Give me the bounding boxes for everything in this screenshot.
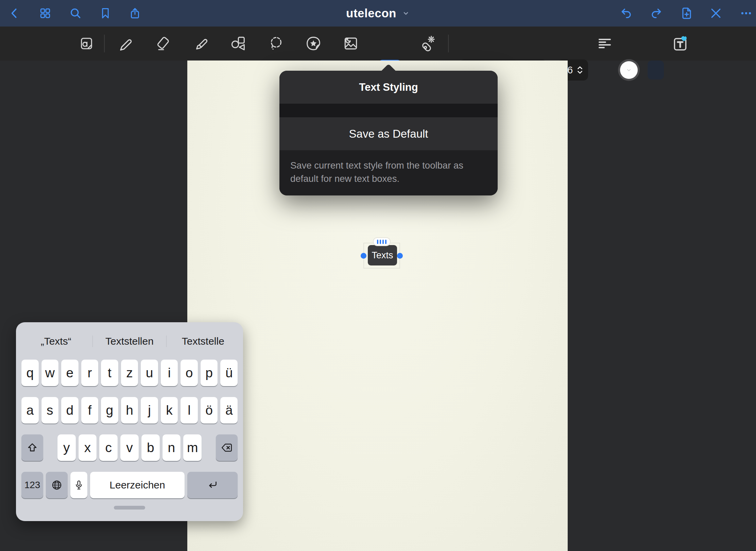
row3-letters: yxcvbnm: [57, 434, 202, 461]
more-icon[interactable]: [734, 0, 756, 27]
popover-description: Save current text style from the toolbar…: [279, 150, 498, 195]
numbers-key[interactable]: 123: [21, 472, 43, 498]
key-c[interactable]: c: [99, 434, 118, 461]
undo-icon[interactable]: [615, 0, 638, 27]
key-s[interactable]: s: [41, 397, 59, 424]
search-icon[interactable]: [64, 0, 87, 27]
backspace-key[interactable]: [216, 434, 238, 461]
stepper-chevrons-icon: [576, 65, 584, 75]
text-align-icon[interactable]: [593, 27, 616, 61]
key-x[interactable]: x: [79, 434, 97, 461]
add-page-icon[interactable]: [675, 0, 699, 27]
inactive-swatch: [648, 61, 664, 80]
popover-title: Text Styling: [279, 71, 498, 104]
key-j[interactable]: j: [141, 397, 158, 424]
sticker-tool-icon[interactable]: [302, 27, 325, 61]
floating-keyboard: „Texts“ Textstellen Textstelle qwertzuio…: [16, 322, 243, 521]
text-styling-popover: Text Styling Save as Default Save curren…: [279, 71, 498, 195]
keyboard-drag-handle[interactable]: [114, 506, 145, 510]
lasso-tool-icon[interactable]: [264, 27, 288, 61]
share-icon[interactable]: [123, 0, 147, 27]
key-w[interactable]: w: [41, 360, 59, 386]
row3-spacer: [46, 434, 55, 461]
text-object[interactable]: Texts: [368, 245, 397, 265]
key-z[interactable]: z: [121, 360, 138, 386]
key-e[interactable]: e: [61, 360, 79, 386]
row3-spacer: [204, 434, 213, 461]
suggestion-1[interactable]: Textstellen: [92, 335, 166, 347]
key-d[interactable]: d: [61, 397, 79, 424]
toolbar-separator: [448, 35, 449, 52]
text-object-grip-handle[interactable]: [373, 237, 391, 246]
key-p[interactable]: p: [201, 360, 218, 386]
app-window: utelecon: [0, 0, 756, 551]
key-ö[interactable]: ö: [201, 397, 218, 424]
key-m[interactable]: m: [183, 434, 202, 461]
pen-tool-icon[interactable]: [114, 27, 137, 61]
suggestion-2[interactable]: Textstelle: [166, 335, 240, 347]
key-b[interactable]: b: [141, 434, 160, 461]
space-key[interactable]: Leerzeichen: [90, 472, 185, 498]
dictation-key[interactable]: [70, 472, 87, 498]
save-as-default-button[interactable]: Save as Default: [279, 117, 498, 150]
key-i[interactable]: i: [161, 360, 178, 386]
swatch-chevron-icon: [625, 67, 632, 73]
key-h[interactable]: h: [121, 397, 138, 424]
bookmark-icon[interactable]: [93, 0, 117, 27]
pencil-x-icon[interactable]: [704, 0, 728, 27]
redo-icon[interactable]: [644, 0, 668, 27]
document-title[interactable]: utelecon: [346, 6, 396, 20]
title-chevron-icon: [402, 9, 410, 17]
key-f[interactable]: f: [81, 397, 99, 424]
toolbar: T HiraginoSans-... 16: [0, 27, 756, 61]
text-style-favorite-icon[interactable]: [669, 27, 692, 61]
shift-key[interactable]: [21, 434, 43, 461]
key-g[interactable]: g: [101, 397, 118, 424]
text-object-label: Texts: [372, 250, 393, 261]
key-ü[interactable]: ü: [220, 360, 238, 386]
key-k[interactable]: k: [161, 397, 178, 424]
image-tool-icon[interactable]: [339, 27, 362, 61]
key-ä[interactable]: ä: [220, 397, 238, 424]
key-v[interactable]: v: [120, 434, 139, 461]
suggestion-bar: „Texts“ Textstellen Textstelle: [19, 327, 240, 356]
highlighter-tool-icon[interactable]: [190, 27, 213, 61]
suggestion-quoted[interactable]: „Texts“: [19, 335, 92, 347]
key-r[interactable]: r: [81, 360, 99, 386]
toolbar-separator: [104, 35, 105, 52]
globe-key[interactable]: [46, 472, 68, 498]
shapes-tool-icon[interactable]: [226, 27, 250, 61]
writing-aid-icon[interactable]: [75, 27, 98, 61]
key-y[interactable]: y: [57, 434, 76, 461]
navbar: utelecon: [0, 0, 756, 27]
key-o[interactable]: o: [181, 360, 198, 386]
laser-tool-icon[interactable]: [415, 27, 438, 61]
text-object-right-resize-handle[interactable]: [397, 253, 403, 259]
key-n[interactable]: n: [162, 434, 181, 461]
text-color-swatch[interactable]: [618, 59, 640, 81]
key-row-3: yxcvbnm: [21, 434, 238, 461]
key-t[interactable]: t: [101, 360, 118, 386]
key-row-4: 123 Leerzeichen: [21, 472, 238, 498]
text-object-left-resize-handle[interactable]: [361, 253, 366, 259]
return-key[interactable]: [187, 472, 238, 498]
popover-divider-band: [279, 104, 498, 117]
key-row-1: qwertzuiopü: [21, 360, 238, 386]
grid-icon[interactable]: [33, 0, 57, 27]
key-l[interactable]: l: [181, 397, 198, 424]
key-u[interactable]: u: [141, 360, 158, 386]
eraser-tool-icon[interactable]: [152, 27, 175, 61]
key-a[interactable]: a: [21, 397, 39, 424]
key-q[interactable]: q: [21, 360, 39, 386]
back-icon[interactable]: [3, 0, 27, 27]
key-row-2: asdfghjklöä: [21, 397, 238, 424]
